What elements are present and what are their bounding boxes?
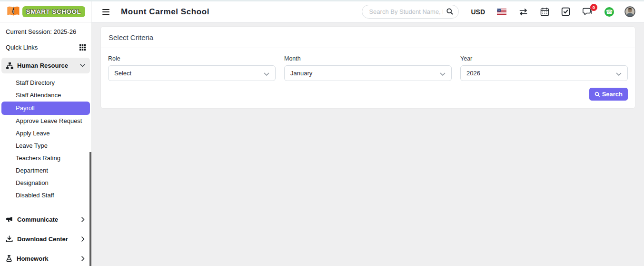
- year-field: Year 2026: [460, 55, 628, 81]
- year-label: Year: [460, 55, 628, 62]
- select-criteria-panel: Select Criteria Role Select Month Januar…: [100, 26, 635, 109]
- sidebar-item-staff-directory[interactable]: Staff Directory: [1, 77, 90, 89]
- sidebar-toggle-hamburger-icon[interactable]: [102, 8, 109, 15]
- search-icon: [594, 92, 600, 97]
- sidebar-item-staff-attendance[interactable]: Staff Attendance: [1, 89, 90, 102]
- quick-links-label: Quick Links: [6, 44, 38, 51]
- megaphone-icon: [6, 216, 13, 223]
- brand-name: SMART SCHOOL: [22, 6, 86, 17]
- sidebar-item-human-resource[interactable]: Human Resource: [1, 58, 90, 73]
- sitemap-icon: [6, 62, 13, 69]
- search-button-label: Search: [602, 91, 623, 98]
- app-header: SMART SCHOOL Mount Carmel School USD: [0, 0, 644, 22]
- month-select[interactable]: January: [284, 65, 452, 81]
- student-search-input[interactable]: [362, 5, 459, 19]
- sidebar-scrollbar[interactable]: [89, 152, 92, 266]
- panel-title: Select Criteria: [101, 27, 635, 48]
- sidebar-item-designation[interactable]: Designation: [1, 177, 90, 189]
- sidebar-item-download-center[interactable]: Download Center: [0, 229, 91, 249]
- sidebar-item-homework[interactable]: Homework: [0, 249, 91, 266]
- month-label: Month: [284, 55, 452, 62]
- chevron-down-icon: [616, 71, 622, 78]
- sidebar-item-label: Homework: [17, 255, 48, 262]
- current-session-label: Current Session: 2025-26: [0, 22, 91, 40]
- todo-check-icon[interactable]: [561, 7, 570, 16]
- chevron-down-icon: [80, 64, 85, 67]
- student-search: [362, 5, 459, 19]
- whatsapp-icon[interactable]: ☎: [604, 7, 614, 17]
- role-label: Role: [108, 55, 276, 62]
- sidebar-item-disabled-staff[interactable]: Disabled Staff: [1, 189, 90, 202]
- sidebar-item-library-partial[interactable]: Library: [0, 264, 91, 266]
- sidebar: Current Session: 2025-26 Quick Links Hum…: [0, 22, 92, 266]
- role-select[interactable]: Select: [108, 65, 276, 81]
- switch-session-arrows-icon[interactable]: [518, 8, 528, 16]
- role-field: Role Select: [108, 55, 276, 81]
- calendar-icon[interactable]: [540, 7, 549, 16]
- chevron-down-icon: [440, 71, 446, 78]
- window-top-strip: [0, 0, 644, 1]
- language-flag-icon[interactable]: [497, 9, 506, 15]
- chevron-right-icon: [81, 217, 85, 222]
- year-select-value: 2026: [466, 70, 480, 77]
- chevron-down-icon: [264, 71, 269, 78]
- chat-messages-icon[interactable]: 0: [582, 7, 593, 16]
- month-select-value: January: [290, 70, 312, 77]
- main-content: Select Criteria Role Select Month Januar…: [92, 22, 644, 266]
- search-icon[interactable]: [446, 8, 454, 17]
- grid-icon: [79, 44, 86, 51]
- sidebar-item-department[interactable]: Department: [1, 164, 90, 177]
- quick-links[interactable]: Quick Links: [0, 40, 91, 55]
- currency-label[interactable]: USD: [471, 8, 485, 16]
- criteria-form: Role Select Month January Ye: [101, 48, 635, 81]
- flask-icon: [6, 255, 12, 262]
- sidebar-item-label: Download Center: [17, 235, 68, 243]
- sidebar-item-label: Communicate: [17, 216, 58, 223]
- sidebar-item-teachers-rating[interactable]: Teachers Rating: [1, 152, 90, 164]
- human-resource-submenu: Staff Directory Staff Attendance Payroll…: [0, 75, 91, 202]
- brand-logo[interactable]: SMART SCHOOL: [0, 0, 92, 22]
- book-pen-logo-icon: [6, 5, 20, 18]
- chevron-right-icon: [81, 256, 85, 261]
- sidebar-item-label: Human Resource: [17, 62, 68, 69]
- download-icon: [6, 235, 13, 243]
- sidebar-item-communicate[interactable]: Communicate: [0, 210, 91, 229]
- school-name-title: Mount Carmel School: [121, 6, 209, 17]
- sidebar-item-payroll[interactable]: Payroll: [1, 102, 90, 115]
- month-field: Month January: [284, 55, 452, 81]
- year-select[interactable]: 2026: [460, 65, 628, 81]
- sidebar-item-approve-leave-request[interactable]: Approve Leave Request: [1, 115, 90, 127]
- search-button[interactable]: Search: [589, 88, 628, 101]
- sidebar-item-apply-leave[interactable]: Apply Leave: [1, 127, 90, 140]
- role-select-value: Select: [114, 70, 131, 77]
- chevron-right-icon: [81, 236, 85, 242]
- chat-badge: 0: [590, 4, 597, 11]
- sidebar-item-leave-type[interactable]: Leave Type: [1, 140, 90, 152]
- user-avatar[interactable]: [624, 6, 635, 17]
